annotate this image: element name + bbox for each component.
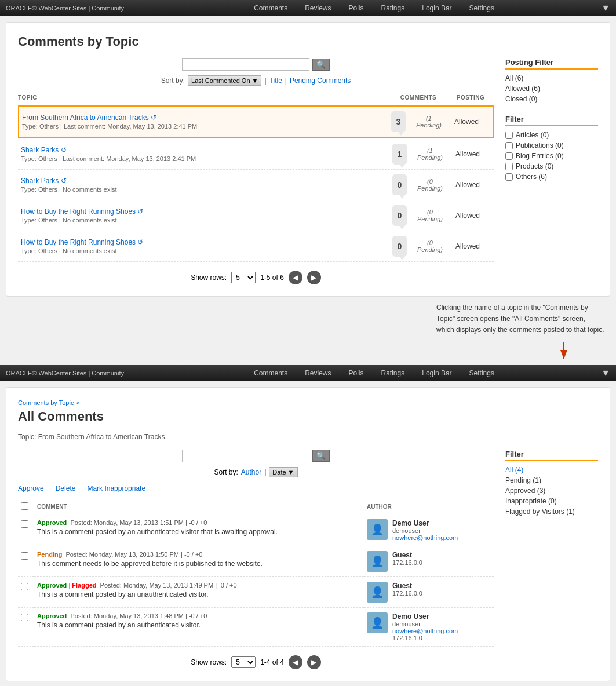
nav-settings[interactable]: Settings [469,4,494,12]
filter-item-2[interactable]: Flagged by Visitors (1) [505,508,598,516]
sidebar-2: Filter All (4)Pending (1)Approved (3)Ina… [505,450,598,669]
posting-filter-item[interactable]: Closed (0) [505,95,598,103]
filter-link[interactable]: All (4) [505,466,523,474]
topic-row[interactable]: How to Buy the Right Running Shoes ↺ Typ… [18,200,494,231]
rows-select[interactable]: 51025 [231,272,256,283]
posting-filter-item[interactable]: All (6) [505,74,598,82]
nav-ratings[interactable]: Ratings [381,4,405,12]
comments-table: COMMENT AUTHOR Approved Posted: Monday, … [18,499,494,647]
avatar: 👤 [367,551,388,572]
comment-checkbox[interactable] [21,583,28,590]
prev-page-button-2[interactable]: ◀ [289,655,302,669]
comment-count-bubble: 0 [392,205,407,226]
filter-item-2[interactable]: Inappropriate (0) [505,497,598,505]
nav2-ratings[interactable]: Ratings [381,369,405,377]
sort-dropdown[interactable]: Last Commented On ▼ [188,75,261,86]
status-flagged: Flagged [72,582,96,589]
comment-date: Posted: Monday, May 13, 2013 1:49 PM | -… [99,582,237,589]
topic-name-link[interactable]: Shark Parks ↺ [21,146,67,154]
nav-polls[interactable]: Polls [349,4,364,12]
sort-sep3: | [264,468,266,476]
mark-inappropriate-action[interactable]: Mark Inappropriate [87,484,145,492]
search-input[interactable] [182,58,309,71]
select-all-checkbox[interactable] [21,502,28,510]
prev-page-button[interactable]: ◀ [289,271,302,284]
sort-date-dropdown[interactable]: Date ▼ [269,467,297,477]
annotation-arrow-icon [546,339,581,362]
topic-name-link[interactable]: From Southern Africa to American Tracks … [22,114,156,122]
topic-name-link[interactable]: How to Buy the Right Running Shoes ↺ [21,207,143,216]
filter-checkbox[interactable] [505,163,513,170]
filter-checkbox[interactable] [505,173,513,181]
approve-action[interactable]: Approve [18,484,44,492]
breadcrumb: Comments by Topic > [18,399,598,406]
comment-checkbox[interactable] [21,552,28,560]
filter-item[interactable]: Publications (0) [505,141,598,149]
topic-comments-cell: 0 (0 Pending) [387,174,444,195]
all-comments-layout: 🔍 Sort by: Author | Date ▼ Approve Delet… [18,450,598,669]
brand-logo: ORACLE® WebCenter Sites | Community [6,5,124,12]
next-page-button-2[interactable]: ▶ [307,655,321,669]
delete-action[interactable]: Delete [56,484,76,492]
brand-logo-2: ORACLE® WebCenter Sites | Community [6,370,124,377]
topic-row[interactable]: Shark Parks ↺ Type: Others | No comments… [18,170,494,200]
next-page-button[interactable]: ▶ [307,271,321,284]
nav2-login-bar[interactable]: Login Bar [422,369,451,377]
topic-info: How to Buy the Right Running Shoes ↺ Typ… [21,238,387,254]
filter-item[interactable]: Articles (0) [505,131,598,139]
search-button[interactable]: 🔍 [312,59,330,71]
filter-item-2[interactable]: Pending (1) [505,476,598,484]
annotation-text: Clicking the name of a topic in the "Com… [436,302,604,336]
posting-status: Allowed [444,150,491,158]
author-info: Demo User demouser nowhere@nothing.com [392,519,458,541]
filter-section: Filter Articles (0) Publications (0) Blo… [505,115,598,181]
topic-name-link[interactable]: How to Buy the Right Running Shoes ↺ [21,238,143,246]
filter-checkbox[interactable] [505,132,513,139]
nav2-reviews[interactable]: Reviews [305,369,331,377]
filter-item[interactable]: Others (6) [505,173,598,181]
avatar: 👤 [367,612,388,633]
filter-title-2: Filter [505,450,598,461]
nav-login-bar[interactable]: Login Bar [422,4,451,12]
sort-author-link[interactable]: Author [241,468,261,476]
comment-col-header: COMMENT [34,499,364,514]
filter-item-2[interactable]: Approved (3) [505,487,598,495]
sort-title-link[interactable]: Title [269,76,282,85]
nav2-dropdown-icon[interactable]: ▼ [601,368,610,378]
nav-dropdown-icon[interactable]: ▼ [601,3,610,13]
sort-pending-link[interactable]: Pending Comments [290,76,351,85]
comments-search-button[interactable]: 🔍 [312,450,330,462]
header-topic: TOPIC [18,94,389,101]
posting-filter-item[interactable]: Allowed (6) [505,85,598,93]
nav2-settings[interactable]: Settings [469,369,494,377]
comment-text: This comment needs to be approved before… [37,560,361,568]
pending-count: (1 Pending) [414,115,443,129]
filter-item[interactable]: Blog Entries (0) [505,152,598,160]
annotation-area: Clicking the name of a topic in the "Com… [0,302,604,336]
top-navbar: ORACLE® WebCenter Sites | Community Comm… [0,0,616,16]
comments-search-input[interactable] [182,450,309,462]
posting-status: Allowed [444,242,491,250]
topic-row[interactable]: From Southern Africa to American Tracks … [18,105,494,138]
nav2-comments[interactable]: Comments [254,369,287,377]
author-column: 👤 Demo User demouser nowhere@nothing.com [364,514,494,546]
topic-name-link[interactable]: Shark Parks ↺ [21,177,67,185]
nav-comments[interactable]: Comments [254,4,287,12]
filter-checkbox[interactable] [505,142,513,149]
breadcrumb-link[interactable]: Comments by Topic > [18,399,79,406]
nav2-polls[interactable]: Polls [349,369,364,377]
filter-item-2[interactable]: All (4) [505,466,598,474]
filter-checkbox[interactable] [505,152,513,160]
author-info: Guest 172.16.0.0 [392,582,422,597]
rows-select-2[interactable]: 51025 [231,656,256,668]
sidebar: Posting Filter All (6)Allowed (6)Closed … [505,58,598,284]
topic-row[interactable]: Shark Parks ↺ Type: Others | Last commen… [18,139,494,170]
comment-checkbox[interactable] [21,520,28,528]
nav-reviews[interactable]: Reviews [305,4,331,12]
table-header: TOPIC COMMENTS POSTING [18,92,494,104]
filter-item[interactable]: Products (0) [505,162,598,170]
author-column: 👤 Guest 172.16.0.0 [364,546,494,576]
comment-checkbox[interactable] [21,614,28,621]
topic-rows: From Southern Africa to American Tracks … [18,105,494,262]
topic-row[interactable]: How to Buy the Right Running Shoes ↺ Typ… [18,231,494,262]
